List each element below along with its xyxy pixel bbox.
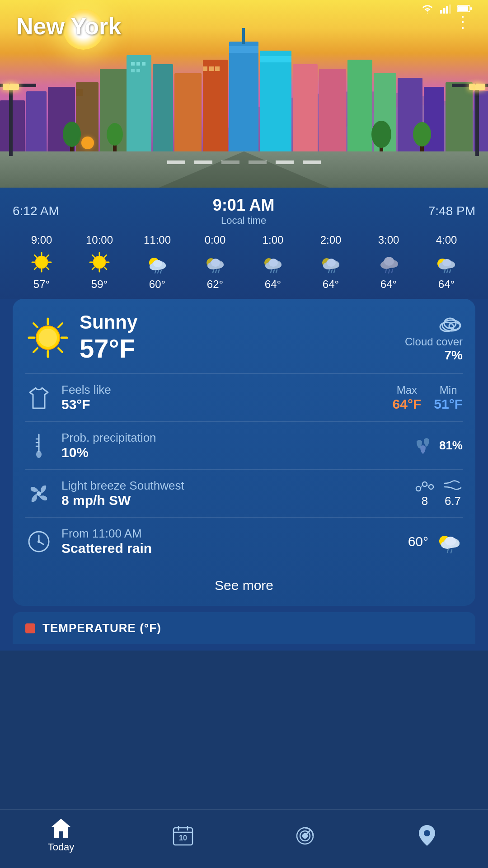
wind-speed-num: 8 <box>422 494 428 508</box>
min-label: Min <box>434 384 463 396</box>
temp-indicator <box>25 623 35 633</box>
svg-rect-7 <box>76 89 83 96</box>
precip-label: Prob. precipitation <box>61 431 403 445</box>
svg-point-159 <box>424 830 430 836</box>
svg-line-81 <box>218 270 219 273</box>
weather-card: Sunny 57°F Cloud cover 7% <box>13 299 475 606</box>
nav-label-today: Today <box>48 841 75 853</box>
svg-line-122 <box>33 348 38 352</box>
svg-point-141 <box>38 540 40 543</box>
svg-line-110 <box>444 270 445 273</box>
forecast-row: From 11:00 AM Scattered rain 60° <box>25 518 463 565</box>
svg-rect-46 <box>458 6 468 11</box>
svg-point-132 <box>37 491 41 496</box>
condition-name: Sunny <box>80 311 137 333</box>
svg-line-111 <box>447 270 448 273</box>
forecast-time-label: From 11:00 AM <box>61 527 399 541</box>
water-drops-icon <box>412 438 434 454</box>
feels-like-value: 53°F <box>61 397 384 412</box>
svg-line-87 <box>271 270 272 273</box>
svg-point-114 <box>39 329 57 347</box>
temp-chart-label: TEMPERATURE (°F) <box>42 621 161 635</box>
svg-rect-16 <box>203 60 228 155</box>
local-time-value: 9:01 AM <box>213 196 275 215</box>
svg-rect-31 <box>446 82 473 155</box>
nav-item-today[interactable]: Today <box>0 817 122 853</box>
more-menu-icon[interactable]: ⋮ <box>455 13 472 32</box>
sunrise-time: 6:12 AM <box>13 204 59 218</box>
svg-point-57 <box>93 256 106 269</box>
forecast-temp: 60° <box>408 534 428 549</box>
cloud-cover-block: Cloud cover 7% <box>405 313 463 363</box>
svg-rect-13 <box>131 69 135 72</box>
max-value: 64°F <box>393 396 422 412</box>
svg-line-136 <box>421 485 422 488</box>
streetlight-left <box>9 84 13 156</box>
svg-line-96 <box>331 270 332 273</box>
see-more-button[interactable]: See more <box>25 565 463 606</box>
forecast-condition: Scattered rain <box>61 541 399 556</box>
nav-item-calendar[interactable]: 10 <box>122 824 244 846</box>
wifi-icon <box>421 4 434 14</box>
svg-point-131 <box>36 451 42 458</box>
svg-rect-3 <box>26 91 47 155</box>
svg-rect-12 <box>142 62 145 66</box>
svg-line-65 <box>92 267 94 269</box>
nav-item-radar[interactable] <box>244 824 366 846</box>
svg-point-36 <box>107 123 123 146</box>
svg-line-95 <box>328 270 329 273</box>
hourly-forecast: 9:00 57° 10:0 <box>13 230 475 299</box>
svg-line-104 <box>392 269 393 273</box>
streetlight-right <box>475 84 479 156</box>
min-value: 51°F <box>434 396 463 412</box>
home-icon <box>50 817 72 839</box>
svg-point-34 <box>63 122 81 147</box>
svg-line-55 <box>47 255 49 257</box>
svg-line-54 <box>47 267 49 269</box>
svg-rect-27 <box>347 60 372 155</box>
cloud-cover-label: Cloud cover <box>405 335 463 348</box>
feels-like-row: Feels like 53°F Max 64°F Min 51°F <box>25 374 463 422</box>
hero-section: New York <box>0 0 488 190</box>
timeline-dot <box>81 137 94 149</box>
svg-rect-25 <box>293 64 318 155</box>
svg-rect-9 <box>153 64 173 155</box>
svg-point-70 <box>153 260 162 267</box>
shirt-icon <box>28 386 50 410</box>
clock-icon <box>27 530 51 553</box>
svg-line-56 <box>34 267 37 269</box>
svg-point-135 <box>429 485 433 489</box>
calendar-icon: 10 <box>172 824 194 846</box>
svg-line-103 <box>389 270 389 273</box>
svg-line-97 <box>334 270 335 273</box>
svg-rect-20 <box>229 42 258 155</box>
cloud-cover-value: 7% <box>405 348 463 363</box>
current-temp: 57°F <box>80 333 137 363</box>
radar-icon <box>294 824 316 846</box>
svg-line-119 <box>33 323 38 327</box>
humidity-value: 81% <box>439 439 463 453</box>
current-weather-icon <box>25 315 70 360</box>
svg-line-64 <box>104 255 107 257</box>
svg-point-86 <box>269 259 278 267</box>
svg-point-134 <box>422 482 427 486</box>
svg-point-94 <box>327 259 336 267</box>
svg-line-147 <box>447 549 448 552</box>
svg-rect-14 <box>136 69 140 72</box>
svg-rect-43 <box>446 6 448 14</box>
svg-point-101 <box>384 257 394 266</box>
svg-rect-47 <box>470 7 472 10</box>
nav-item-location[interactable] <box>366 823 488 847</box>
cloud-cover-icon <box>436 313 463 334</box>
hour-item-7: 4:00 64° <box>418 234 475 291</box>
bottom-nav: Today 10 <box>0 809 488 868</box>
status-bar <box>421 4 472 14</box>
wind-row: Light breeze Southwest 8 mp/h SW 8 <box>25 470 463 518</box>
svg-rect-24 <box>260 56 291 62</box>
svg-rect-41 <box>440 10 442 14</box>
svg-point-133 <box>416 486 421 491</box>
svg-line-62 <box>92 255 94 257</box>
svg-text:10: 10 <box>179 834 187 842</box>
local-time-label: Local time <box>213 215 275 226</box>
signal-icon <box>440 4 451 14</box>
